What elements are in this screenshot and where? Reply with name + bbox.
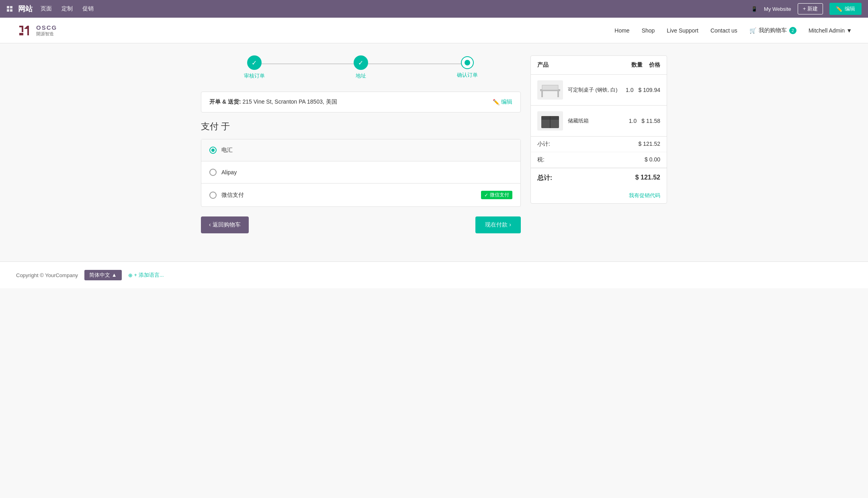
pay-button[interactable]: 现在付款 › — [475, 216, 521, 233]
subtotal-row: 小计: $ 121.52 — [531, 137, 667, 152]
payment-wire-label: 电汇 — [221, 147, 233, 154]
order-summary: 产品 数量 价格 可定制桌子 (钢铁, 白) 1.0 $ 109.94 — [530, 55, 667, 204]
svg-rect-4 — [16, 22, 32, 39]
nav-promo[interactable]: 促销 — [82, 5, 94, 12]
order-item-box: 储藏纸箱 1.0 $ 11.58 — [531, 106, 667, 137]
edit-label: 编辑 — [501, 98, 512, 106]
checkout-steps: ✓ 审核订单 ✓ 地址 确认订单 — [201, 55, 521, 80]
step-circle-review: ✓ — [247, 55, 262, 70]
svg-rect-0 — [7, 6, 9, 8]
pencil-icon: ✏️ — [836, 6, 842, 12]
step-label-confirm: 确认订单 — [457, 71, 478, 79]
svg-rect-7 — [557, 91, 559, 97]
payment-title: 支付 于 — [201, 120, 521, 133]
language-button[interactable]: 简体中文 ▲ — [84, 270, 121, 280]
admin-bar: 网站 页面 定制 促销 📱 My Website + 新建 ✏️ 编辑 — [0, 0, 868, 18]
payment-options: 电汇 Alipay 微信支付 ✓ 微信支付 — [201, 139, 521, 207]
step-confirm: 确认订单 — [414, 56, 521, 79]
order-header: 产品 数量 价格 — [531, 56, 667, 75]
main-content: ✓ 审核订单 ✓ 地址 确认订单 开单 & 送货: 215 Vine St, S… — [193, 43, 675, 245]
tax-value: $ 0.00 — [645, 156, 660, 163]
box-image — [537, 111, 563, 131]
footer: Copyright © YourCompany 简体中文 ▲ ⊕ + 添加语言.… — [0, 261, 868, 288]
nav-home[interactable]: Home — [614, 27, 629, 34]
svg-rect-2 — [7, 9, 9, 12]
radio-alipay[interactable] — [209, 169, 217, 176]
svg-rect-8 — [542, 85, 558, 90]
add-language-link[interactable]: ⊕ + 添加语言... — [128, 271, 164, 279]
nav-pages[interactable]: 页面 — [41, 5, 52, 12]
edit-icon: ✏️ — [493, 99, 500, 105]
admin-logo: 网站 — [6, 4, 33, 14]
col-price: 价格 — [649, 61, 660, 69]
payment-alipay-label: Alipay — [221, 169, 237, 176]
user-dropdown[interactable]: Mitchell Admin ▼ — [809, 27, 852, 34]
cart-label: 我的购物车 — [759, 27, 787, 34]
address-box: 开单 & 送货: 215 Vine St, Scranton PA 18503,… — [201, 92, 521, 112]
payment-wechat-label: 微信支付 — [221, 192, 244, 199]
admin-bar-left: 网站 页面 定制 促销 — [6, 4, 94, 14]
admin-bar-right: 📱 My Website + 新建 ✏️ 编辑 — [751, 3, 862, 15]
payment-option-wechat[interactable]: 微信支付 ✓ 微信支付 — [201, 184, 520, 206]
tax-label: 税: — [537, 156, 545, 163]
logo-area: OSCG 開源智造 — [16, 22, 57, 39]
wechat-badge-area: ✓ 微信支付 — [481, 191, 512, 199]
subtotal-label: 小计: — [537, 141, 550, 148]
new-button[interactable]: + 新建 — [798, 3, 823, 14]
footer-copyright: Copyright © YourCompany — [16, 272, 78, 278]
step-label-review: 审核订单 — [244, 72, 265, 80]
action-buttons: ‹ 返回购物车 现在付款 › — [201, 216, 521, 233]
desk-price: $ 109.94 — [639, 87, 661, 93]
desk-svg — [538, 81, 562, 99]
svg-rect-6 — [541, 91, 543, 97]
device-icon[interactable]: 📱 — [751, 6, 757, 12]
address-prefix: 开单 & 送货: — [209, 98, 241, 105]
payment-option-alipay[interactable]: Alipay — [201, 161, 520, 184]
step-address: ✓ 地址 — [307, 55, 414, 80]
website-nav: OSCG 開源智造 Home Shop Live Support Contact… — [0, 18, 868, 43]
logo-icon — [16, 22, 32, 39]
step-label-address: 地址 — [356, 72, 366, 80]
right-panel: 产品 数量 价格 可定制桌子 (钢铁, 白) 1.0 $ 109.94 — [530, 55, 667, 233]
nav-custom[interactable]: 定制 — [61, 5, 73, 12]
box-qty: 1.0 — [629, 118, 637, 124]
promo-link[interactable]: 我有促销代码 — [531, 188, 667, 203]
chevron-down-icon: ▼ — [846, 27, 852, 34]
cart-link[interactable]: 🛒 我的购物车 2 — [749, 27, 796, 34]
nav-contact[interactable]: Contact us — [710, 27, 737, 34]
cart-badge: 2 — [789, 27, 796, 34]
check-icon: ✓ — [484, 192, 488, 198]
edit-button[interactable]: ✏️ 编辑 — [829, 3, 862, 15]
address-edit-link[interactable]: ✏️ 编辑 — [493, 98, 512, 106]
address-text: 开单 & 送货: 215 Vine St, Scranton PA 18503,… — [209, 98, 337, 106]
svg-rect-1 — [10, 6, 12, 8]
grand-total-row: 总计: $ 121.52 — [531, 168, 667, 188]
logo-text: OSCG 開源智造 — [36, 24, 57, 37]
back-button[interactable]: ‹ 返回购物车 — [201, 216, 249, 233]
nav-links: Home Shop Live Support Contact us 🛒 我的购物… — [614, 27, 852, 34]
logo-sub: 開源智造 — [36, 31, 57, 37]
desk-qty: 1.0 — [626, 87, 633, 93]
address-value: 215 Vine St, Scranton PA 18503, 美国 — [242, 98, 337, 105]
cart-icon: 🛒 — [749, 27, 756, 34]
total-label: 总计: — [537, 174, 552, 182]
box-name: 储藏纸箱 — [568, 117, 624, 124]
user-name: Mitchell Admin — [809, 27, 845, 34]
step-circle-address: ✓ — [354, 55, 368, 70]
desk-name: 可定制桌子 (钢铁, 白) — [568, 86, 621, 94]
col-product: 产品 — [537, 61, 625, 69]
box-svg — [538, 112, 562, 130]
admin-nav: 页面 定制 促销 — [41, 5, 94, 12]
wechat-badge: ✓ 微信支付 — [481, 191, 512, 199]
total-value: $ 121.52 — [635, 174, 660, 182]
nav-live-support[interactable]: Live Support — [667, 27, 698, 34]
website-label[interactable]: My Website — [764, 6, 791, 12]
payment-option-wire[interactable]: 电汇 — [201, 139, 520, 161]
radio-wechat[interactable] — [209, 192, 217, 199]
step-review: ✓ 审核订单 — [201, 55, 307, 80]
radio-wire[interactable] — [209, 147, 217, 154]
order-item-desk: 可定制桌子 (钢铁, 白) 1.0 $ 109.94 — [531, 75, 667, 106]
add-lang-label: + 添加语言... — [134, 271, 164, 279]
order-totals: 小计: $ 121.52 税: $ 0.00 总计: $ 121.52 — [531, 137, 667, 188]
nav-shop[interactable]: Shop — [642, 27, 655, 34]
